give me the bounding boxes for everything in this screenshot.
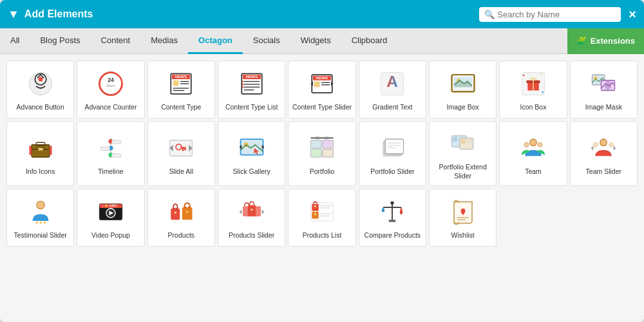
- svg-rect-91: [460, 139, 465, 144]
- svg-point-107: [105, 205, 108, 207]
- svg-point-24: [242, 86, 243, 88]
- search-box[interactable]: 🔍: [479, 7, 621, 22]
- item-portfolio-extend-slider[interactable]: Portfolio Extend Slider: [429, 121, 497, 186]
- svg-point-118: [188, 207, 190, 209]
- item-products-slider[interactable]: Products Slider: [218, 189, 285, 247]
- item-video-popup[interactable]: LIVE Video Popup: [77, 189, 144, 247]
- svg-point-122: [251, 209, 253, 211]
- tab-medias[interactable]: Medias: [140, 28, 188, 54]
- svg-point-117: [185, 207, 187, 209]
- svg-rect-55: [112, 140, 121, 144]
- svg-point-97: [600, 139, 607, 146]
- svg-text:24: 24: [108, 77, 114, 83]
- svg-point-106: [102, 205, 104, 207]
- svg-rect-87: [453, 137, 457, 142]
- item-wishlist[interactable]: Wishlist: [429, 189, 497, 247]
- item-slick-gallery[interactable]: Slick Gallery: [218, 121, 285, 186]
- elements-grid: Advance Button 24 hours Advance Counter: [6, 61, 638, 247]
- chevron-down-icon[interactable]: ▼: [8, 8, 19, 21]
- wishlist-label: Wishlist: [451, 231, 475, 240]
- svg-text:LIVE: LIVE: [111, 205, 116, 207]
- svg-point-102: [37, 202, 44, 209]
- gradient-text-icon: A: [377, 68, 408, 99]
- svg-rect-74: [310, 149, 321, 157]
- item-portfolio-slider[interactable]: Portfolio Slider: [359, 121, 426, 186]
- item-content-type[interactable]: NEWS Content Type: [147, 61, 215, 118]
- portfolio-slider-label: Portfolio Slider: [370, 167, 414, 176]
- close-icon[interactable]: ×: [629, 7, 636, 22]
- icon-box-icon: [518, 68, 549, 99]
- compare-products-icon: [377, 196, 408, 227]
- svg-rect-57: [100, 147, 109, 150]
- svg-marker-124: [239, 210, 242, 214]
- item-info-icons[interactable]: Info Icons: [6, 121, 74, 186]
- compare-products-label: Compare Products: [365, 231, 421, 240]
- svg-point-23: [242, 84, 243, 86]
- item-portfolio[interactable]: Portfolio: [288, 121, 355, 186]
- item-icon-box[interactable]: Icon Box: [499, 61, 567, 118]
- svg-text:hours: hours: [106, 84, 115, 88]
- image-box-icon: [448, 68, 478, 99]
- svg-point-119: [186, 211, 189, 214]
- svg-rect-77: [315, 137, 319, 139]
- image-box-label: Image Box: [447, 103, 479, 112]
- item-image-box[interactable]: Image Box: [429, 61, 497, 118]
- svg-point-96: [538, 142, 542, 147]
- tab-all[interactable]: All: [0, 28, 30, 54]
- item-gradient-text[interactable]: A Gradient Text: [359, 61, 426, 118]
- search-input[interactable]: [497, 10, 616, 19]
- svg-rect-75: [323, 149, 334, 157]
- item-image-mask[interactable]: Image Mask: [570, 61, 638, 118]
- products-label: Products: [168, 231, 194, 240]
- testimonial-slider-label: Testimonial Slider: [14, 231, 67, 240]
- svg-rect-112: [171, 209, 180, 220]
- tab-socials[interactable]: Socials: [243, 28, 290, 54]
- svg-marker-101: [614, 146, 616, 150]
- svg-rect-116: [182, 207, 193, 220]
- icon-box-label: Icon Box: [520, 103, 547, 112]
- svg-rect-52: [50, 146, 52, 155]
- svg-point-22: [242, 80, 243, 82]
- svg-point-114: [176, 208, 178, 210]
- tab-octagon[interactable]: Octagon: [188, 28, 243, 54]
- content-type-slider-label: Content Type Slider: [292, 103, 352, 112]
- item-team[interactable]: Team: [499, 121, 567, 186]
- item-timeline[interactable]: Timeline: [77, 121, 144, 186]
- modal-title: Add Elements: [24, 8, 479, 20]
- modal-header: ▼ Add Elements 🔍 ×: [0, 0, 644, 28]
- advance-button-label: Advance Button: [17, 103, 64, 112]
- svg-rect-81: [386, 139, 404, 154]
- extensions-button[interactable]: 🧩 Extensions: [567, 28, 644, 54]
- svg-rect-64: [182, 149, 184, 151]
- portfolio-extend-slider-label: Portfolio Extend Slider: [432, 163, 493, 180]
- item-products[interactable]: Products: [147, 189, 215, 247]
- item-slide-all[interactable]: Slide All: [147, 121, 215, 186]
- svg-rect-10: [173, 80, 179, 86]
- item-advance-button[interactable]: Advance Button: [6, 61, 74, 118]
- svg-point-0: [29, 73, 52, 95]
- item-advance-counter[interactable]: 24 hours Advance Counter: [77, 61, 144, 118]
- portfolio-slider-icon: [377, 133, 408, 164]
- tab-content[interactable]: Content: [91, 28, 141, 54]
- svg-rect-78: [324, 137, 328, 139]
- tab-blog-posts[interactable]: Blog Posts: [30, 28, 90, 54]
- video-popup-icon: LIVE: [95, 196, 126, 227]
- products-list-label: Products List: [303, 231, 342, 240]
- puzzle-icon: 🧩: [576, 36, 587, 46]
- tabs-bar: All Blog Posts Content Medias Octagon So…: [0, 28, 644, 54]
- svg-rect-59: [112, 154, 121, 157]
- item-products-list[interactable]: Products List: [288, 189, 355, 247]
- item-team-slider[interactable]: Team Slider: [570, 121, 638, 186]
- svg-point-94: [530, 139, 537, 146]
- item-compare-products[interactable]: Compare Products: [359, 189, 426, 247]
- tab-widgets[interactable]: Widgets: [290, 28, 341, 54]
- item-content-type-slider[interactable]: NEWS Content Type Slider: [288, 61, 355, 118]
- tab-clipboard[interactable]: Clipboard: [341, 28, 398, 54]
- svg-point-99: [609, 142, 614, 147]
- item-content-type-list[interactable]: NEWS Content Type List: [218, 61, 285, 118]
- products-icon: [166, 196, 196, 227]
- advance-counter-label: Advance Counter: [84, 103, 137, 112]
- svg-point-132: [314, 213, 317, 216]
- slide-all-icon: [166, 133, 196, 164]
- item-testimonial-slider[interactable]: ★★★ Testimonial Slider: [6, 189, 74, 247]
